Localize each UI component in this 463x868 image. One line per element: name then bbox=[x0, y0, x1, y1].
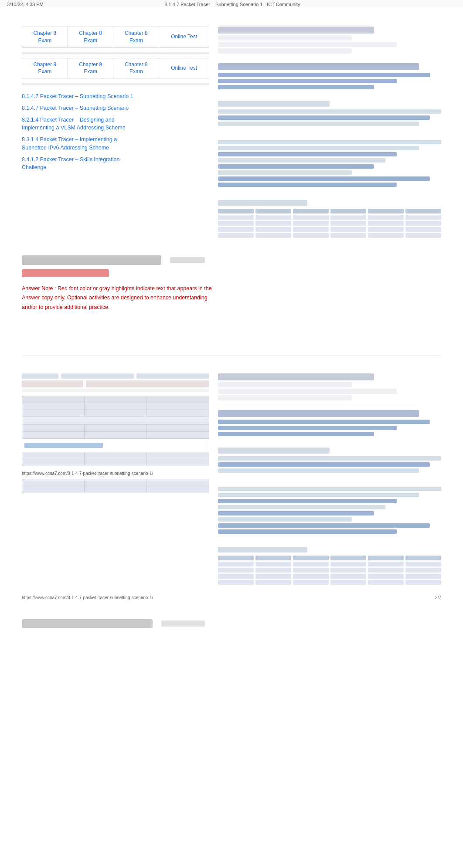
sidebar-text-line bbox=[218, 146, 419, 150]
list-item[interactable]: 8.3.1.4 Packet Tracer – Implementing aSu… bbox=[22, 134, 209, 154]
p2-text-line bbox=[218, 505, 385, 509]
table-row bbox=[218, 215, 441, 220]
p2-table-cell bbox=[405, 556, 441, 560]
sidebar-para-1 bbox=[218, 73, 441, 89]
table-cell-wide bbox=[22, 417, 209, 424]
table-row bbox=[22, 452, 209, 459]
table-cell bbox=[218, 233, 254, 238]
table-cell bbox=[368, 215, 404, 220]
sidebar-title-2 bbox=[218, 63, 419, 70]
p2-cell bbox=[136, 373, 209, 379]
nav-cell-ch8-exam-1[interactable]: Chapter 8Exam bbox=[22, 27, 68, 47]
link-4[interactable]: 8.3.1.4 Packet Tracer – Implementing aSu… bbox=[22, 136, 117, 151]
sidebar-title-1 bbox=[218, 27, 374, 34]
table-cell bbox=[84, 424, 146, 431]
nav-cell-ch9-exam-1[interactable]: Chapter 9Exam bbox=[22, 58, 68, 78]
sidebar-text-line bbox=[218, 109, 441, 114]
p2-sidebar-1 bbox=[218, 373, 441, 400]
p2-table-row bbox=[218, 580, 441, 585]
table-row bbox=[218, 221, 441, 226]
answer-version-subtitle bbox=[22, 269, 109, 277]
p2-sidebar-title-2 bbox=[218, 410, 419, 417]
top-bar: 3/10/22, 4:33 PM 8.1.4.7 Packet Tracer –… bbox=[0, 0, 463, 9]
p2-table-cell bbox=[293, 580, 329, 585]
link-5[interactable]: 8.4.1.2 Packet Tracer – Skills Integrati… bbox=[22, 156, 119, 171]
table-row bbox=[218, 233, 441, 238]
table-cell bbox=[22, 396, 85, 403]
nav-link-ch8-exam-3[interactable]: Chapter 8Exam bbox=[125, 30, 148, 44]
table-cell bbox=[330, 233, 366, 238]
spacer-4 bbox=[0, 654, 463, 680]
link-3[interactable]: 8.2.1.4 Packet Tracer – Designing andImp… bbox=[22, 117, 126, 131]
p2-link-line bbox=[218, 523, 430, 528]
table-cell bbox=[22, 424, 85, 431]
sidebar-link-line bbox=[218, 115, 430, 120]
link-2[interactable]: 8.1.4.7 Packet Tracer – Subnetting Scena… bbox=[22, 105, 129, 111]
list-item[interactable]: 8.1.4.7 Packet Tracer – Subnetting Scena… bbox=[22, 102, 209, 114]
divider-line-1 bbox=[22, 52, 209, 54]
right-sidebar-col bbox=[218, 27, 441, 238]
nav-link-online-test-2[interactable]: Online Test bbox=[171, 65, 197, 71]
table-cell bbox=[255, 209, 291, 214]
nav-link-ch9-exam-3[interactable]: Chapter 9Exam bbox=[125, 61, 148, 75]
p2-cell bbox=[61, 373, 134, 379]
table-cell bbox=[146, 403, 209, 410]
nav-cell-ch8-exam-3[interactable]: Chapter 8Exam bbox=[113, 27, 159, 47]
nav-cell-online-test-2[interactable]: Online Test bbox=[159, 58, 209, 78]
list-item[interactable]: 8.4.1.2 Packet Tracer – Skills Integrati… bbox=[22, 154, 209, 174]
first-section: Chapter 8Exam Chapter 8Exam Chapter 8Exa… bbox=[0, 9, 463, 247]
p2-table-cell bbox=[218, 556, 254, 560]
nav-link-ch9-exam-1[interactable]: Chapter 9Exam bbox=[34, 61, 57, 75]
section-title-row bbox=[22, 255, 441, 265]
table-cell bbox=[330, 221, 366, 226]
sidebar-para-2 bbox=[218, 109, 441, 126]
nav-cell-ch9-exam-3[interactable]: Chapter 9Exam bbox=[113, 58, 159, 78]
nav-cell-ch9-exam-2[interactable]: Chapter 9Exam bbox=[68, 58, 113, 78]
nav-cell-online-test-1[interactable]: Online Test bbox=[159, 27, 209, 47]
page2-section: https://www.ccna7.com/8-1-4-7-packet-tra… bbox=[0, 365, 463, 593]
list-item[interactable]: 8.1.4.7 Packet Tracer – Subnetting Scena… bbox=[22, 91, 209, 102]
table-cell bbox=[330, 227, 366, 232]
nav-link-ch9-exam-2[interactable]: Chapter 9Exam bbox=[79, 61, 102, 75]
links-list: 8.1.4.7 Packet Tracer – Subnetting Scena… bbox=[22, 91, 209, 173]
table-row bbox=[218, 227, 441, 232]
table-row bbox=[22, 403, 209, 410]
p2-link-line bbox=[218, 499, 397, 503]
p2-sidebar-label bbox=[218, 448, 330, 454]
nav-link-ch8-exam-2[interactable]: Chapter 8Exam bbox=[79, 30, 102, 44]
table-cell bbox=[293, 233, 329, 238]
sidebar-link-line bbox=[218, 73, 430, 77]
sidebar-link-line bbox=[218, 85, 374, 89]
spacer-3 bbox=[0, 628, 463, 654]
nav-table-row1: Chapter 8Exam Chapter 8Exam Chapter 8Exa… bbox=[22, 27, 209, 47]
p2-sidebar-line bbox=[218, 382, 352, 387]
table-cell bbox=[146, 410, 209, 417]
link-1[interactable]: 8.1.4.7 Packet Tracer – Subnetting Scena… bbox=[22, 93, 133, 99]
p2-table-row bbox=[218, 568, 441, 573]
p2-link-line bbox=[218, 462, 430, 467]
link-in-cell bbox=[24, 443, 103, 448]
nav-link-ch8-exam-1[interactable]: Chapter 8Exam bbox=[34, 30, 57, 44]
table-cell bbox=[368, 209, 404, 214]
p2-table-cell bbox=[255, 562, 291, 566]
table-row-header bbox=[218, 209, 441, 214]
table-cell bbox=[22, 403, 85, 410]
p2-table-cell bbox=[255, 574, 291, 579]
p2-table-cell bbox=[368, 568, 404, 573]
nav-cell-ch8-exam-2[interactable]: Chapter 8Exam bbox=[68, 27, 113, 47]
divider-line-2 bbox=[22, 83, 209, 85]
section-title-blur bbox=[22, 255, 161, 265]
list-item[interactable]: 8.2.1.4 Packet Tracer – Designing andImp… bbox=[22, 114, 209, 134]
sidebar-text-line bbox=[218, 170, 352, 175]
p2-sidebar-link bbox=[218, 420, 430, 424]
table-cell bbox=[368, 221, 404, 226]
table-cell bbox=[84, 452, 146, 459]
nav-link-online-test-1[interactable]: Online Test bbox=[171, 34, 197, 40]
table-row bbox=[22, 459, 209, 466]
top-bar-datetime: 3/10/22, 4:33 PM bbox=[7, 2, 44, 7]
table-cell bbox=[22, 452, 85, 459]
table-cell bbox=[84, 431, 146, 438]
p2-text-line bbox=[218, 517, 352, 522]
table-cell bbox=[147, 479, 209, 486]
sidebar-label-2 bbox=[218, 200, 307, 206]
